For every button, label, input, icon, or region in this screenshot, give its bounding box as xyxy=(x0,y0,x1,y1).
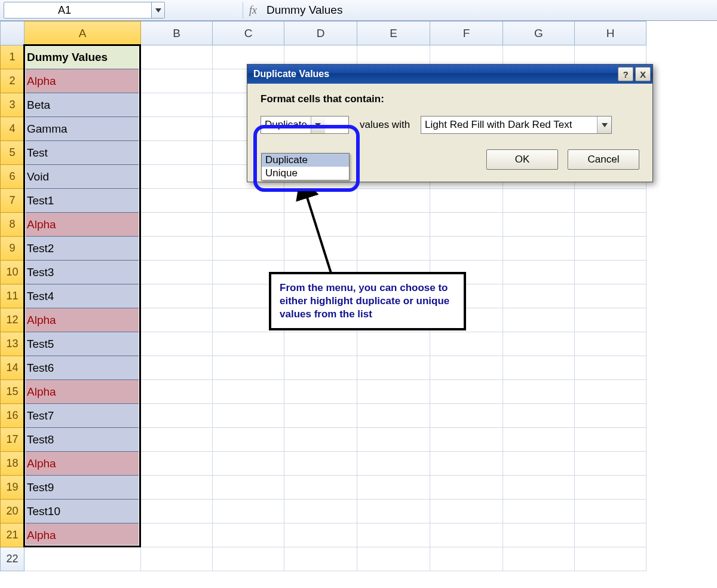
cell-C22[interactable] xyxy=(213,547,284,571)
cell-H8[interactable] xyxy=(575,213,646,237)
cell-F20[interactable] xyxy=(430,500,503,523)
name-box[interactable]: A1 xyxy=(4,2,165,19)
row-header-15[interactable]: 15 xyxy=(1,380,24,404)
cell-E19[interactable] xyxy=(357,476,430,500)
cell-A19[interactable]: Test9 xyxy=(24,476,141,500)
cell-A1[interactable]: Dummy Values xyxy=(24,45,141,69)
cell-H20[interactable] xyxy=(575,500,646,523)
cell-H10[interactable] xyxy=(575,261,646,284)
cell-H16[interactable] xyxy=(575,404,646,428)
cell-A13[interactable]: Test5 xyxy=(24,332,141,356)
cell-G11[interactable] xyxy=(503,284,575,308)
select-all-corner[interactable] xyxy=(1,22,24,45)
row-header-6[interactable]: 6 xyxy=(1,165,24,189)
cell-B4[interactable] xyxy=(141,117,213,141)
cell-G22[interactable] xyxy=(503,547,575,571)
cell-G16[interactable] xyxy=(503,404,575,428)
duplicate-mode-dropdown[interactable]: Duplicate xyxy=(261,116,349,134)
cell-C13[interactable] xyxy=(213,332,284,356)
cell-B16[interactable] xyxy=(141,404,213,428)
cell-F22[interactable] xyxy=(430,547,503,571)
cell-B6[interactable] xyxy=(141,165,213,189)
cell-D18[interactable] xyxy=(284,452,357,476)
cell-H21[interactable] xyxy=(575,523,646,547)
cell-A17[interactable]: Test8 xyxy=(24,428,141,452)
cell-G12[interactable] xyxy=(503,308,575,332)
row-header-11[interactable]: 11 xyxy=(1,284,24,308)
cell-F21[interactable] xyxy=(430,523,503,547)
cell-E18[interactable] xyxy=(357,452,430,476)
row-header-8[interactable]: 8 xyxy=(1,213,24,237)
cell-B7[interactable] xyxy=(141,189,213,213)
cell-A7[interactable]: Test1 xyxy=(24,189,141,213)
close-button[interactable]: X xyxy=(635,67,651,81)
row-header-2[interactable]: 2 xyxy=(1,69,24,93)
cell-C17[interactable] xyxy=(213,428,284,452)
cell-A4[interactable]: Gamma xyxy=(24,117,141,141)
cell-E21[interactable] xyxy=(357,523,430,547)
cell-G18[interactable] xyxy=(503,452,575,476)
row-header-18[interactable]: 18 xyxy=(1,452,24,476)
cell-C15[interactable] xyxy=(213,380,284,404)
cell-A18[interactable]: Alpha xyxy=(24,452,141,476)
cell-B21[interactable] xyxy=(141,523,213,547)
cancel-button[interactable]: Cancel xyxy=(568,149,639,170)
duplicate-mode-dropdown-list[interactable]: Duplicate Unique xyxy=(261,153,350,180)
cell-G13[interactable] xyxy=(503,332,575,356)
cell-A21[interactable]: Alpha xyxy=(24,523,141,547)
column-header-H[interactable]: H xyxy=(575,22,646,45)
ok-button[interactable]: OK xyxy=(486,149,558,170)
cell-F7[interactable] xyxy=(430,189,503,213)
cell-H14[interactable] xyxy=(575,356,646,380)
row-header-7[interactable]: 7 xyxy=(1,189,24,213)
cell-E9[interactable] xyxy=(357,237,430,261)
column-header-D[interactable]: D xyxy=(284,22,357,45)
cell-A20[interactable]: Test10 xyxy=(24,500,141,523)
cell-D13[interactable] xyxy=(284,332,357,356)
cell-D9[interactable] xyxy=(284,237,357,261)
cell-F18[interactable] xyxy=(430,452,503,476)
column-header-C[interactable]: C xyxy=(213,22,284,45)
cell-A6[interactable]: Void xyxy=(24,165,141,189)
cell-B8[interactable] xyxy=(141,213,213,237)
fx-label[interactable]: fx xyxy=(243,2,263,19)
cell-H22[interactable] xyxy=(575,547,646,571)
cell-B18[interactable] xyxy=(141,452,213,476)
cell-G9[interactable] xyxy=(503,237,575,261)
cell-B1[interactable] xyxy=(141,45,213,69)
row-header-16[interactable]: 16 xyxy=(1,404,24,428)
cell-G17[interactable] xyxy=(503,428,575,452)
cell-F16[interactable] xyxy=(430,404,503,428)
row-header-1[interactable]: 1 xyxy=(1,45,24,69)
row-header-4[interactable]: 4 xyxy=(1,117,24,141)
cell-F9[interactable] xyxy=(430,237,503,261)
cell-B14[interactable] xyxy=(141,356,213,380)
cell-C21[interactable] xyxy=(213,523,284,547)
cell-H7[interactable] xyxy=(575,189,646,213)
cell-B15[interactable] xyxy=(141,380,213,404)
cell-A16[interactable]: Test7 xyxy=(24,404,141,428)
cell-B5[interactable] xyxy=(141,141,213,165)
row-header-20[interactable]: 20 xyxy=(1,500,24,523)
dropdown-option-duplicate[interactable]: Duplicate xyxy=(262,154,349,167)
cell-B3[interactable] xyxy=(141,93,213,117)
row-header-17[interactable]: 17 xyxy=(1,428,24,452)
row-header-13[interactable]: 13 xyxy=(1,332,24,356)
cell-E14[interactable] xyxy=(357,356,430,380)
cell-B11[interactable] xyxy=(141,284,213,308)
row-header-22[interactable]: 22 xyxy=(1,547,24,571)
cell-E13[interactable] xyxy=(357,332,430,356)
cell-C19[interactable] xyxy=(213,476,284,500)
cell-E22[interactable] xyxy=(357,547,430,571)
cell-D7[interactable] xyxy=(284,189,357,213)
cell-F19[interactable] xyxy=(430,476,503,500)
cell-H18[interactable] xyxy=(575,452,646,476)
format-style-dropdown[interactable]: Light Red Fill with Dark Red Text xyxy=(421,116,612,134)
cell-H11[interactable] xyxy=(575,284,646,308)
cell-C9[interactable] xyxy=(213,237,284,261)
cell-G20[interactable] xyxy=(503,500,575,523)
cell-B10[interactable] xyxy=(141,261,213,284)
cell-A3[interactable]: Beta xyxy=(24,93,141,117)
cell-A14[interactable]: Test6 xyxy=(24,356,141,380)
cell-E16[interactable] xyxy=(357,404,430,428)
